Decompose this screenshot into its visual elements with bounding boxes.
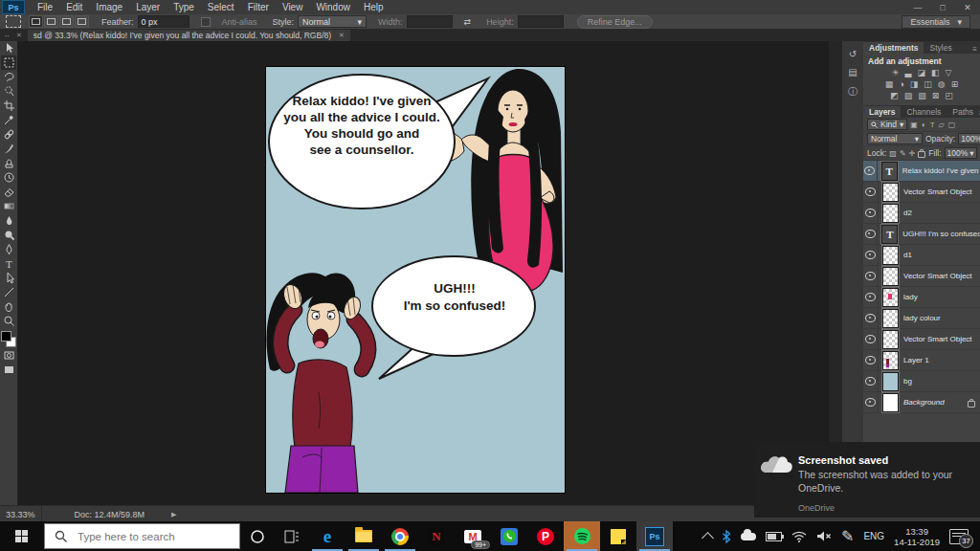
close-icon[interactable]: ✕ <box>955 3 980 12</box>
menu-image[interactable]: Image <box>89 2 129 12</box>
exposure-icon[interactable]: ◧ <box>931 68 940 77</box>
taskbar-chrome[interactable] <box>382 521 418 551</box>
visibility-toggle[interactable] <box>863 182 879 202</box>
brush-tool-icon[interactable] <box>1 142 16 156</box>
tab-paths[interactable]: Paths <box>947 106 979 118</box>
eraser-tool-icon[interactable] <box>1 185 16 199</box>
layer-thumbnail[interactable] <box>882 267 899 286</box>
onedrive-notification[interactable]: Screenshot saved The screenshot was adde… <box>754 442 980 518</box>
info-panel-icon[interactable]: ⓘ <box>848 85 858 99</box>
width-input[interactable] <box>407 15 453 28</box>
menu-edit[interactable]: Edit <box>59 2 89 12</box>
task-view-button[interactable] <box>275 521 309 551</box>
taskbar-whatsapp[interactable] <box>491 521 527 551</box>
windows-ink-icon[interactable]: ✎ <box>836 521 858 551</box>
taskbar-search[interactable] <box>44 523 240 549</box>
taskbar-clock[interactable]: 13:39 14-11-2019 <box>889 521 945 551</box>
layer-row[interactable]: T UGH!!! I'm so confused! <box>863 224 980 245</box>
cortana-button[interactable] <box>240 521 275 551</box>
layer-thumbnail[interactable] <box>882 246 899 265</box>
filter-shape-layers-icon[interactable]: ▱ <box>939 121 945 129</box>
layer-thumbnail[interactable] <box>882 351 899 370</box>
brightness-contrast-icon[interactable]: ☀ <box>892 68 900 77</box>
visibility-toggle[interactable] <box>863 350 879 370</box>
opacity-value[interactable]: 100% ▾ <box>958 133 980 144</box>
style-dropdown[interactable]: Normal▾ <box>298 15 367 28</box>
visibility-toggle[interactable] <box>863 329 879 349</box>
visibility-toggle[interactable] <box>863 308 879 328</box>
black-white-icon[interactable]: ◨ <box>910 79 919 89</box>
hue-saturation-icon[interactable]: ▦ <box>885 79 894 89</box>
taskbar-spotify[interactable] <box>564 521 600 551</box>
feather-input[interactable]: 0 px <box>138 15 189 28</box>
taskbar-file-explorer[interactable] <box>345 521 382 551</box>
taskbar-mail[interactable]: M 99+ <box>455 521 491 551</box>
visibility-toggle[interactable] <box>863 287 879 307</box>
menu-window[interactable]: Window <box>309 2 357 12</box>
layer-thumbnail[interactable]: T <box>881 225 898 244</box>
posterize-icon[interactable]: ▨ <box>904 91 913 100</box>
layer-row[interactable]: bg <box>863 371 980 392</box>
visibility-toggle[interactable] <box>863 161 878 181</box>
height-input[interactable] <box>518 15 564 28</box>
document-tab[interactable]: sd @ 33.3% (Relax kiddo! I've given you … <box>28 30 350 41</box>
filter-smart-objects-icon[interactable]: ▢ <box>948 121 956 129</box>
refine-edge-button[interactable]: Refine Edge... <box>577 15 653 29</box>
curves-icon[interactable]: ◪ <box>918 68 926 77</box>
history-brush-tool-icon[interactable] <box>1 170 16 185</box>
layer-thumbnail[interactable] <box>882 372 899 391</box>
pen-tool-icon[interactable] <box>1 242 16 256</box>
layer-row[interactable]: d2 <box>863 203 980 224</box>
taskbar-photoshop[interactable]: Ps <box>636 521 673 551</box>
levels-icon[interactable]: ▃ <box>905 68 912 77</box>
taskbar-edge[interactable]: e <box>309 521 345 551</box>
swap-dimensions-icon[interactable]: ⇄ <box>464 17 472 27</box>
menu-view[interactable]: View <box>276 2 310 12</box>
history-panel-icon[interactable]: ↺ <box>849 49 857 59</box>
layer-row[interactable]: Vector Smart Object <box>863 266 980 287</box>
photo-filter-icon[interactable]: ◫ <box>924 79 932 89</box>
menu-select[interactable]: Select <box>201 2 241 12</box>
filter-adjustment-layers-icon[interactable]: ◐ <box>922 121 926 129</box>
visibility-toggle[interactable] <box>863 266 879 286</box>
onedrive-tray-icon[interactable] <box>736 521 761 551</box>
layer-thumbnail[interactable] <box>882 309 899 328</box>
workspace-switcher[interactable]: Essentials▾ <box>902 15 970 29</box>
language-indicator[interactable]: ENG <box>858 521 889 551</box>
minimize-icon[interactable]: — <box>905 3 930 12</box>
crop-tool-icon[interactable] <box>1 99 16 113</box>
taskbar-pinterest[interactable]: P <box>527 521 564 551</box>
foreground-color-swatch[interactable] <box>1 331 11 342</box>
tab-scroll-icons[interactable]: ↔ ✕ <box>0 32 28 39</box>
layer-row[interactable]: T Relax kiddo! I've given ... <box>863 161 980 182</box>
dodge-tool-icon[interactable] <box>1 228 16 242</box>
screen-mode-icon[interactable] <box>1 363 16 377</box>
layer-row[interactable]: lady <box>863 287 980 308</box>
status-arrow-icon[interactable]: ▶ <box>171 511 176 518</box>
quick-mask-icon[interactable] <box>1 348 16 363</box>
path-selection-tool-icon[interactable] <box>1 271 16 285</box>
wifi-icon[interactable] <box>787 521 812 551</box>
visibility-toggle[interactable] <box>863 245 879 265</box>
rectangular-marquee-tool-icon[interactable] <box>1 55 16 70</box>
battery-icon[interactable] <box>761 521 787 551</box>
gradient-map-icon[interactable]: ◰ <box>945 91 953 100</box>
kind-filter-dropdown[interactable]: Kind ▾ <box>867 119 907 130</box>
threshold-icon[interactable]: ▧ <box>918 91 926 100</box>
layer-row[interactable]: Vector Smart Object <box>863 329 980 350</box>
menu-file[interactable]: File <box>31 2 59 12</box>
menu-layer[interactable]: Layer <box>129 2 167 12</box>
color-balance-icon[interactable]: ◑ <box>899 79 903 89</box>
hand-tool-icon[interactable] <box>1 299 16 314</box>
lock-transparency-icon[interactable]: ▨ <box>889 149 897 158</box>
tab-adjustments[interactable]: Adjustments <box>863 42 924 54</box>
clone-stamp-tool-icon[interactable] <box>1 156 16 170</box>
visibility-toggle[interactable] <box>863 392 879 412</box>
visibility-toggle[interactable] <box>863 224 878 244</box>
menu-filter[interactable]: Filter <box>241 2 276 12</box>
line-tool-icon[interactable] <box>1 285 16 299</box>
spot-healing-brush-tool-icon[interactable] <box>1 127 16 142</box>
layer-row[interactable]: lady colour <box>863 308 980 329</box>
start-button[interactable] <box>0 521 44 551</box>
layer-row[interactable]: Background <box>863 392 980 413</box>
